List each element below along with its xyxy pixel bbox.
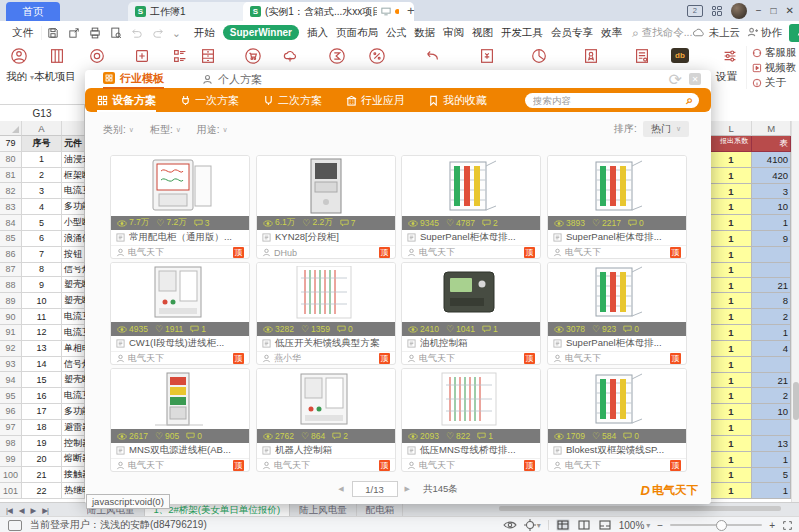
share-button[interactable]: 分享 (789, 24, 799, 42)
row-number[interactable]: 101 (0, 483, 22, 499)
new-scheme-icon[interactable] (133, 47, 151, 65)
template-card-5[interactable]: 4935 ♡ 1911 1 CW1(Ⅰ段母线)进线柜... 电气天下 顶 (110, 262, 250, 365)
filter-1[interactable]: 柜型:∨ (150, 123, 181, 137)
cell-component[interactable]: 塑壳断 (62, 277, 85, 293)
table-row[interactable]: 81 2 框架断 (0, 168, 85, 184)
table-row[interactable]: 91 12 电流互 (0, 325, 85, 341)
cell-value[interactable]: 420 (752, 168, 791, 184)
table-row[interactable]: 93 14 信号灯 (0, 357, 85, 373)
cell-factor[interactable]: 1 (711, 483, 752, 499)
template-card-9[interactable]: 2617 ♡ 905 0 MNS双电源进线柜(AB... 电气天下 顶 (110, 368, 250, 472)
cell-seq[interactable]: 20 (22, 452, 62, 468)
template-card-12[interactable]: 1709 ♡ 584 0 Blokest双框架馈线SP... 电气天下 顶 (547, 368, 687, 472)
row-number[interactable]: 93 (0, 357, 22, 373)
redo-icon[interactable] (151, 26, 165, 40)
seal-icon[interactable] (88, 47, 106, 65)
table-row[interactable]: 1 3 (711, 184, 791, 200)
menu-item-3[interactable]: 页面布局 (336, 26, 378, 40)
cell-factor[interactable]: 1 (711, 420, 752, 436)
help-item-2[interactable]: 关于 (752, 76, 799, 89)
cell-seq[interactable]: 4 (22, 199, 62, 215)
cell-factor[interactable]: 1 (711, 247, 752, 263)
table-row[interactable]: 1 10 (711, 404, 791, 420)
cell-factor[interactable]: 1 (711, 309, 752, 325)
cell-component[interactable]: 热继电 (62, 483, 85, 499)
table-row[interactable]: 1 1 (711, 215, 791, 231)
menu-item-5[interactable]: 数据 (414, 26, 435, 40)
table-row[interactable]: 82 3 电流互 (0, 183, 85, 199)
table-row[interactable]: 90 11 电流互 (0, 309, 85, 325)
cell-factor[interactable]: 1 (711, 184, 752, 200)
table-row[interactable]: 95 16 电流互 (0, 388, 85, 404)
table-row[interactable]: 1 (711, 263, 791, 278)
settings-label[interactable]: 设置 (716, 70, 737, 84)
mall-cart-icon[interactable] (244, 47, 262, 65)
cell-factor[interactable]: 1 (711, 436, 752, 452)
local-projects-label[interactable]: 本机项目 (34, 70, 76, 84)
table-row[interactable]: 1 1 (711, 483, 791, 499)
cell-factor[interactable]: 1 (711, 452, 752, 468)
table-row[interactable]: 100 21 接触器 (0, 467, 85, 483)
cell-value[interactable] (752, 420, 791, 436)
cell-seq[interactable]: 9 (22, 277, 62, 293)
template-card-10[interactable]: 2762 ♡ 864 2 机器人控制箱 电气天下 顶 (256, 368, 396, 472)
row-number[interactable]: 91 (0, 325, 22, 341)
table-row[interactable]: 1 4100 (711, 152, 791, 168)
cell-seq[interactable]: 18 (22, 420, 62, 436)
cell-component[interactable]: 信号灯 (62, 263, 85, 278)
column-header-a[interactable]: A (22, 121, 62, 136)
status-mode-icon[interactable] (8, 520, 22, 531)
cell-value[interactable]: 10 (752, 404, 791, 420)
page-indicator[interactable]: 1/13 (352, 481, 398, 497)
scheme-list-icon[interactable] (171, 47, 189, 65)
row-number[interactable]: 87 (0, 263, 22, 278)
invoice-icon[interactable] (478, 47, 496, 65)
table-row[interactable]: 80 1 油浸式电 (0, 152, 85, 168)
cell-value[interactable]: 2 (752, 309, 791, 325)
cell-value[interactable]: 5 (752, 468, 791, 484)
zoom-slider-knob[interactable] (716, 520, 727, 531)
cell-value[interactable]: 1 (752, 483, 791, 499)
cell-seq[interactable]: 5 (22, 215, 62, 231)
db-tool-icon[interactable]: db (671, 48, 689, 63)
cloud-upload-icon[interactable] (281, 47, 299, 65)
cell-value[interactable]: 1 (752, 215, 791, 231)
table-row[interactable]: 1 (711, 420, 791, 436)
cell-seq[interactable]: 17 (22, 404, 62, 420)
row-number[interactable]: 83 (0, 199, 22, 215)
table-row[interactable]: 1 (711, 247, 791, 263)
cell-value[interactable]: 21 (752, 278, 791, 294)
new-tab-button[interactable]: + (407, 2, 415, 19)
fullscreen-icon[interactable] (782, 520, 793, 531)
table-row[interactable]: 1 2 (711, 388, 791, 404)
cell-value[interactable] (752, 247, 791, 263)
cell-component[interactable]: 单相电 (62, 341, 85, 357)
row-number[interactable]: 99 (0, 452, 22, 468)
app-grid-icon[interactable] (712, 6, 722, 16)
template-card-7[interactable]: 2410 ♡ 1041 1 油机控制箱 电气天下 顶 (401, 262, 541, 365)
cell-seq[interactable]: 11 (22, 309, 62, 325)
menu-item-9[interactable]: 会员专享 (551, 26, 593, 40)
cell-value[interactable]: 4100 (752, 152, 791, 168)
help-item-0[interactable]: 客服服 (752, 46, 799, 59)
table-row[interactable]: 84 5 小型断 (0, 215, 85, 231)
last-sheet-icon[interactable]: ▶| (42, 506, 48, 515)
template-card-3[interactable]: 9345 ♡ 4787 2 SuperPanel柜体母排... 电气天下 顶 (401, 155, 541, 259)
cell-factor[interactable]: 1 (711, 199, 752, 215)
cell-component[interactable]: 多功能 (62, 199, 85, 215)
cell-component[interactable]: 控制器 (62, 436, 85, 452)
pie-chart-icon[interactable] (530, 47, 548, 65)
command-search[interactable]: ⌕ 查找命令... (632, 26, 693, 40)
sheet-tab-2[interactable]: 陆上风电量 (290, 503, 357, 517)
cell-component[interactable]: 小型断 (62, 215, 85, 231)
cell-component[interactable]: 塑壳断 (62, 372, 85, 388)
cell-factor[interactable]: 1 (711, 152, 752, 168)
my-account-label[interactable]: 我的 ▾ (6, 70, 34, 84)
export-icon[interactable] (67, 26, 81, 40)
filter-2[interactable]: 用途:∨ (197, 123, 228, 137)
tab-home[interactable]: 首页 (6, 2, 60, 21)
next-sheet-icon[interactable]: ▶ (31, 506, 36, 515)
table-row[interactable]: 1 13 (711, 436, 791, 452)
print-preview-icon[interactable] (109, 26, 123, 40)
table-row[interactable]: 79 序号 元件 (0, 136, 85, 152)
